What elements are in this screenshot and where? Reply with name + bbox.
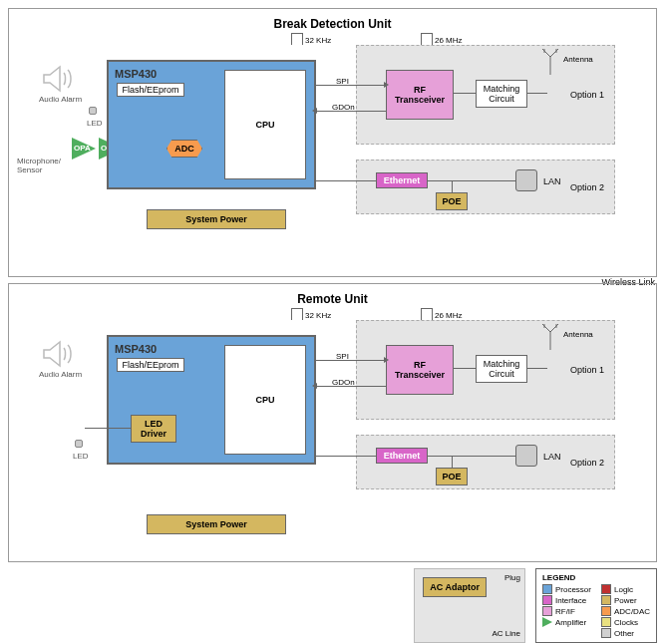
opa-block: OPA: [72, 138, 96, 160]
flash-block: Flash/EEprom: [117, 358, 184, 372]
system-power-block: System Power: [147, 514, 286, 534]
legend-grid: ProcessorLogicInterfacePowerRF/IFADC/DAC…: [542, 584, 650, 638]
antenna-label: Antenna: [563, 55, 593, 64]
antenna-icon: [540, 47, 560, 77]
ethernet-block: Ethernet: [376, 172, 428, 188]
legend-item: ADC/DAC: [601, 606, 650, 616]
connector: [316, 180, 376, 181]
connector: [454, 93, 476, 94]
unit-title: Remote Unit: [17, 292, 648, 306]
speaker-icon: [42, 340, 74, 370]
led-label: LED: [73, 452, 89, 461]
cpu-block: CPU: [224, 345, 306, 455]
remote-unit: Remote Unit Audio Alarm LED MSP430 Flash…: [8, 283, 657, 562]
matching-circuit-block: Matching Circuit: [476, 80, 527, 108]
arrow-icon: [384, 357, 389, 363]
led-label: LED: [87, 119, 103, 128]
connector: [452, 180, 453, 192]
crystal-32khz: 32 KHz: [291, 308, 331, 320]
connector: [452, 456, 453, 468]
spi-label: SPI: [336, 352, 349, 361]
unit-title: Break Detection Unit: [17, 17, 648, 31]
connector: [527, 368, 547, 369]
adc-block: ADC: [166, 140, 202, 158]
crystal-26mhz: 26 MHz: [421, 308, 463, 320]
legend-item: Interface: [542, 595, 591, 605]
lan-label: LAN: [543, 176, 561, 186]
gdon-label: GDOn: [332, 378, 355, 387]
ac-line-label: AC Line: [493, 629, 520, 638]
connector: [316, 85, 386, 86]
legend-item: RF/IF: [542, 606, 591, 616]
legend-item: Logic: [601, 584, 650, 594]
audio-alarm-label: Audio Alarm: [39, 95, 82, 104]
cpu-block: CPU: [224, 70, 306, 179]
footer: AC Adaptor Plug AC Line LEGEND Processor…: [8, 568, 657, 643]
rf-transceiver-block: RF Transceiver: [386, 70, 454, 120]
connector: [85, 428, 131, 429]
break-detection-unit: Break Detection Unit Audio Alarm LED OPA…: [8, 8, 657, 277]
arrow-icon: [312, 108, 317, 114]
lan-label: LAN: [543, 452, 561, 462]
arrow-icon: [312, 383, 317, 389]
speaker-icon: [42, 65, 74, 95]
legend-title: LEGEND: [542, 573, 650, 582]
mic-sensor-label: Microphone/ Sensor: [17, 157, 67, 174]
legend-item: [542, 628, 591, 638]
audio-alarm-label: Audio Alarm: [39, 370, 82, 379]
lan-icon: [515, 169, 537, 191]
spi-label: SPI: [336, 77, 349, 86]
connector: [316, 360, 386, 361]
ac-adaptor-block: AC Adaptor: [423, 577, 487, 597]
matching-circuit-block: Matching Circuit: [476, 355, 527, 383]
ac-adaptor-box: AC Adaptor Plug AC Line: [414, 568, 525, 643]
legend: LEGEND ProcessorLogicInterfacePowerRF/IF…: [535, 568, 657, 643]
poe-block: POE: [436, 192, 468, 210]
rf-transceiver-block: RF Transceiver: [386, 345, 454, 395]
legend-item: Clocks: [601, 617, 650, 627]
antenna-label: Antenna: [563, 330, 593, 339]
legend-item: Power: [601, 595, 650, 605]
crystal-32khz: 32 KHz: [291, 33, 331, 45]
legend-item: Other: [601, 628, 650, 638]
lan-icon: [515, 445, 537, 467]
legend-item: Amplifier: [542, 617, 591, 627]
flash-block: Flash/EEprom: [117, 83, 184, 97]
led-icon: [89, 107, 97, 115]
system-power-block: System Power: [147, 209, 286, 229]
poe-block: POE: [436, 468, 468, 485]
gdon-label: GDOn: [332, 103, 355, 112]
connector: [454, 368, 476, 369]
diagram-remote: Audio Alarm LED MSP430 Flash/EEprom CPU …: [17, 310, 648, 549]
led-driver-block: LED Driver: [131, 415, 176, 443]
antenna-icon: [540, 322, 560, 352]
diagram-break: Audio Alarm LED OPA OPA Microphone/ Sens…: [17, 35, 648, 264]
legend-item: Processor: [542, 584, 591, 594]
led-icon: [75, 440, 83, 448]
arrow-icon: [384, 82, 389, 88]
connector: [428, 456, 515, 457]
connector: [527, 93, 547, 94]
crystal-26mhz: 26 MHz: [421, 33, 463, 45]
connector: [428, 180, 515, 181]
connector: [316, 456, 376, 457]
plug-label: Plug: [504, 573, 520, 582]
ethernet-block: Ethernet: [376, 448, 428, 464]
